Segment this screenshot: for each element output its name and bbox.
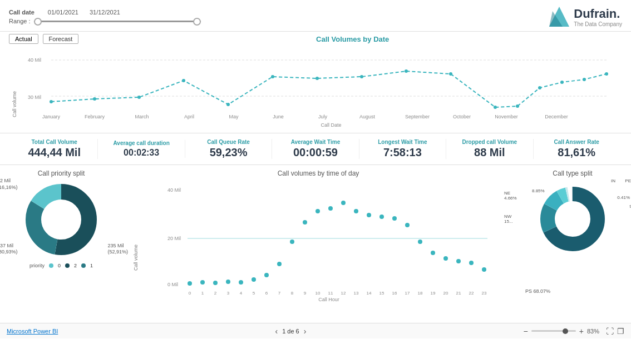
avg-wait-label: Average Wait Time xyxy=(277,139,354,145)
actual-button[interactable]: Actual xyxy=(9,34,38,44)
svg-point-38 xyxy=(45,203,78,236)
svg-point-60 xyxy=(405,223,410,227)
type-label-NW: NW15... xyxy=(504,214,513,224)
fullscreen-icon[interactable]: ⛶ xyxy=(606,327,614,336)
expand-icon[interactable]: ❐ xyxy=(617,327,624,336)
answer-rate-label: Call Answer Rate xyxy=(538,139,615,145)
type-donut-svg xyxy=(536,183,609,255)
svg-point-61 xyxy=(418,240,422,244)
scatter-chart-wrap: Call volume 40 Mil 20 Mil 0 Mil xyxy=(128,181,509,303)
divider-2 xyxy=(0,164,631,165)
svg-point-54 xyxy=(328,206,333,211)
chart-title: Call Volumes by Date xyxy=(83,35,622,43)
stat-avg-wait: Average Wait Time 00:00:59 xyxy=(272,139,359,159)
type-chart-wrap: IN PE NE4.66% 9.41% 0.41% NW15... 8.85% xyxy=(520,183,625,255)
legend-2: 2 xyxy=(74,263,77,268)
donut-legend: priority 0 2 1 xyxy=(6,263,117,268)
svg-text:10: 10 xyxy=(316,291,321,296)
zoom-plus-icon[interactable]: + xyxy=(579,327,584,336)
slider-thumb-right[interactable] xyxy=(193,18,201,26)
svg-text:3: 3 xyxy=(227,291,230,296)
prev-page-button[interactable]: ‹ xyxy=(275,327,278,336)
svg-text:23: 23 xyxy=(482,291,487,296)
total-call-label: Total Call Volume xyxy=(16,139,93,145)
svg-point-12 xyxy=(316,77,319,80)
svg-point-16 xyxy=(494,106,497,109)
answer-rate-value: 81,61% xyxy=(538,146,615,159)
svg-point-11 xyxy=(271,75,274,78)
call-date-label: Call date xyxy=(9,9,34,16)
dot-1 xyxy=(81,263,86,268)
stat-queue-rate: Call Queue Rate 59,23% xyxy=(185,139,272,159)
top-bar: Call date 01/01/2021 31/12/2021 Range : … xyxy=(0,0,631,32)
svg-point-15 xyxy=(449,72,452,76)
svg-text:11: 11 xyxy=(328,291,333,296)
svg-text:August: August xyxy=(359,114,376,119)
next-page-button[interactable]: › xyxy=(304,327,307,336)
svg-text:February: February xyxy=(85,114,105,119)
svg-point-57 xyxy=(367,213,371,217)
slider-track[interactable] xyxy=(34,21,201,22)
svg-text:January: January xyxy=(42,114,61,119)
svg-point-64 xyxy=(456,259,461,263)
type-label-885: 8.85% xyxy=(532,188,545,193)
svg-text:6: 6 xyxy=(265,291,268,296)
stat-avg-duration: Average call duration 00:02:33 xyxy=(98,140,185,158)
zoom-minus-icon[interactable]: − xyxy=(524,327,528,336)
svg-point-56 xyxy=(354,209,358,213)
svg-point-13 xyxy=(360,75,363,78)
svg-text:30 Mil: 30 Mil xyxy=(28,94,41,100)
svg-point-58 xyxy=(379,215,384,219)
line-chart-area: Call volume 40 Mil 30 Mil January Februa… xyxy=(0,46,631,131)
svg-point-45 xyxy=(213,281,218,285)
svg-point-17 xyxy=(516,104,519,108)
y-axis-label: Call volume xyxy=(12,91,17,117)
svg-text:March: March xyxy=(135,114,149,119)
svg-point-14 xyxy=(405,69,408,73)
zoom-slider[interactable] xyxy=(531,330,576,332)
type-label-PE: PE xyxy=(625,178,631,183)
logo-icon xyxy=(549,6,569,28)
svg-text:2: 2 xyxy=(214,291,217,296)
dropped-label: Dropped call Volume xyxy=(451,139,528,145)
type-label-IN: IN xyxy=(611,178,615,183)
svg-point-48 xyxy=(252,277,256,282)
zoom-thumb[interactable] xyxy=(563,328,568,334)
power-bi-link[interactable]: Microsoft Power BI xyxy=(7,328,58,335)
svg-point-46 xyxy=(226,280,230,284)
page-indicator: 1 de 6 xyxy=(282,328,299,335)
svg-point-63 xyxy=(443,256,448,261)
range-label: Range : xyxy=(9,18,31,24)
line-chart-svg: 40 Mil 30 Mil January February March Apr… xyxy=(26,46,614,127)
scatter-x-label: Call Hour xyxy=(149,297,509,302)
svg-text:September: September xyxy=(405,114,430,119)
svg-text:15: 15 xyxy=(379,291,384,296)
svg-point-7 xyxy=(93,97,96,101)
svg-point-62 xyxy=(431,251,435,255)
svg-point-59 xyxy=(392,216,397,221)
scatter-y-label: Call volume xyxy=(133,245,139,271)
priority-label: priority xyxy=(29,263,45,268)
scatter-title: Call volumes by time of day xyxy=(128,169,509,177)
svg-text:December: December xyxy=(545,114,568,119)
svg-text:May: May xyxy=(229,114,239,119)
svg-text:40 Mil: 40 Mil xyxy=(28,57,41,63)
range-slider[interactable]: Range : xyxy=(9,18,201,24)
svg-point-50 xyxy=(277,262,282,266)
divider-1 xyxy=(0,133,631,133)
date-range-area: Call date 01/01/2021 31/12/2021 Range : xyxy=(9,9,201,24)
svg-point-10 xyxy=(226,103,230,106)
forecast-button[interactable]: Forecast xyxy=(43,34,79,44)
dropped-value: 88 Mil xyxy=(451,146,528,159)
longest-wait-value: 7:58:13 xyxy=(364,146,441,159)
svg-text:20 Mil: 20 Mil xyxy=(167,236,181,241)
svg-text:4: 4 xyxy=(240,291,243,296)
svg-point-96 xyxy=(557,203,588,235)
donut-title: Call priority split xyxy=(6,169,117,177)
avg-duration-label: Average call duration xyxy=(102,140,180,147)
svg-text:June: June xyxy=(273,114,284,119)
slider-thumb-left[interactable] xyxy=(34,18,42,26)
logo-text-area: Dufrain. The Data Company xyxy=(574,7,622,27)
logo-sub: The Data Company xyxy=(574,21,622,27)
type-section: Call type split IN PE NE4.66% 9.41% xyxy=(514,169,631,323)
